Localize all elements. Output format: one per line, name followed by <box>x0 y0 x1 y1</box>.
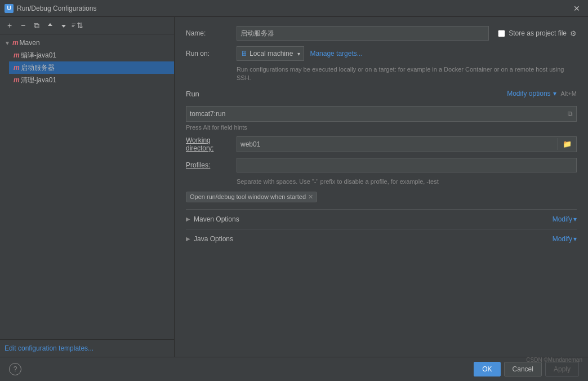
cancel-button[interactable]: Cancel <box>504 362 542 376</box>
run-on-select[interactable]: 🖥 Local machine ▾ <box>237 46 304 61</box>
configuration-tree: ▼ m Maven m 编译-java01 m 启动服务器 <box>0 34 174 339</box>
profiles-row: Profiles: <box>186 158 577 172</box>
working-directory-label: Working directory: <box>186 136 237 152</box>
maven-options-header[interactable]: ▶ Maven Options Modify ▾ <box>186 215 577 223</box>
apply-button[interactable]: Apply <box>545 362 579 376</box>
sort-button[interactable]: ⇅ <box>71 19 83 32</box>
modify-options-label: Modify options <box>507 90 550 98</box>
store-as-project-label: Store as project file <box>509 29 567 37</box>
store-as-project-checkbox[interactable] <box>498 30 505 37</box>
move-down-button[interactable] <box>57 19 70 32</box>
dialog-bottom: ? OK Cancel Apply <box>0 357 588 381</box>
profiles-input[interactable] <box>237 158 577 172</box>
monitor-icon: 🖥 <box>240 50 247 57</box>
toolbar: + − ⧉ ⇅ <box>0 17 174 34</box>
chevron-down-icon: ▾ <box>297 51 300 57</box>
copy-button[interactable]: ⧉ <box>30 19 43 32</box>
help-button[interactable]: ? <box>9 363 21 375</box>
move-up-button[interactable] <box>44 19 56 32</box>
item-label: 启动服务器 <box>21 63 55 73</box>
chevron-right-icon: ▶ <box>186 236 190 242</box>
maven-options-modify[interactable]: Modify ▾ <box>553 215 577 223</box>
maven-options-label: Maven Options <box>194 215 239 223</box>
dialog-title: Run/Debug Configurations <box>17 5 570 12</box>
close-button[interactable]: ✕ <box>570 3 583 14</box>
tag-item: Open run/debug tool window when started … <box>186 192 317 202</box>
maven-group-header[interactable]: ▼ m Maven <box>0 37 174 49</box>
maven-item-icon: m <box>14 51 20 59</box>
maven-group: ▼ m Maven m 编译-java01 m 启动服务器 <box>0 37 174 86</box>
button-group: OK Cancel Apply <box>474 362 579 376</box>
chevron-down-icon: ▾ <box>553 90 556 98</box>
right-panel: Name: Store as project file ⚙ Run on: 🖥 … <box>175 17 588 357</box>
title-bar: U Run/Debug Configurations ✕ <box>0 0 588 17</box>
copy-command-button[interactable]: ⧉ <box>564 108 576 119</box>
ok-button[interactable]: OK <box>474 362 500 376</box>
java-options-modify[interactable]: Modify ▾ <box>553 235 577 243</box>
hint-text: Run configurations may be executed local… <box>237 65 577 83</box>
working-directory-input[interactable] <box>237 137 558 152</box>
maven-item-icon: m <box>14 76 20 84</box>
working-directory-row: Working directory: 📁 <box>186 136 577 152</box>
watermark: CSDN ©Mundaneman <box>526 357 582 363</box>
add-button[interactable]: + <box>3 19 16 32</box>
maven-icon: m <box>12 39 19 47</box>
maven-item-icon: m <box>14 64 20 72</box>
chevron-right-icon: ▶ <box>186 216 190 222</box>
app-icon: U <box>5 4 14 13</box>
tag-label: Open run/debug tool window when started <box>190 193 306 200</box>
manage-targets-link[interactable]: Manage targets... <box>310 50 362 57</box>
list-item[interactable]: m 清理-java01 <box>9 74 174 86</box>
java-options-title: ▶ Java Options <box>186 235 233 243</box>
working-directory-wrapper: 📁 <box>237 136 577 152</box>
store-as-project: Store as project file ⚙ <box>489 29 577 38</box>
modify-options-shortcut: Alt+M <box>561 90 577 97</box>
profiles-hint: Separate with spaces. Use "-" prefix to … <box>237 178 577 185</box>
name-label: Name: <box>186 29 237 37</box>
gear-icon[interactable]: ⚙ <box>570 29 577 38</box>
press-alt-hint: Press Alt for field hints <box>186 124 577 131</box>
tags-row: Open run/debug tool window when started … <box>186 192 577 202</box>
tag-close-button[interactable]: ✕ <box>308 193 313 201</box>
chevron-down-icon: ▾ <box>573 235 577 243</box>
java-options-section: ▶ Java Options Modify ▾ <box>186 229 577 249</box>
edit-config-templates-link[interactable]: Edit configuration templates... <box>5 344 93 352</box>
command-input[interactable] <box>186 107 564 121</box>
item-label: 编译-java01 <box>21 51 56 60</box>
list-item[interactable]: m 启动服务器 <box>9 61 174 74</box>
folder-icon[interactable]: 📁 <box>558 138 576 150</box>
java-options-header[interactable]: ▶ Java Options Modify ▾ <box>186 235 577 243</box>
chevron-down-icon: ▾ <box>573 215 577 223</box>
item-label: 清理-java01 <box>21 76 56 85</box>
name-row: Name: Store as project file ⚙ <box>186 26 577 41</box>
command-input-wrapper: ⧉ <box>186 106 577 122</box>
profiles-label: Profiles: <box>186 161 237 169</box>
run-on-label: Run on: <box>186 50 237 57</box>
java-options-label: Java Options <box>194 235 233 243</box>
maven-children: m 编译-java01 m 启动服务器 m 清理-java01 <box>0 49 174 86</box>
run-section-title: Run <box>186 90 199 98</box>
run-on-row: Run on: 🖥 Local machine ▾ Manage targets… <box>186 46 577 61</box>
run-on-value: Local machine <box>250 50 293 57</box>
maven-group-label: Maven <box>20 39 40 47</box>
maven-options-title: ▶ Maven Options <box>186 215 239 223</box>
run-section-header: Run Modify options ▾ Alt+M <box>186 90 577 101</box>
list-item[interactable]: m 编译-java01 <box>9 49 174 61</box>
name-input[interactable] <box>237 26 489 41</box>
remove-button[interactable]: − <box>17 19 29 32</box>
edit-templates-link: Edit configuration templates... <box>0 339 174 357</box>
maven-options-section: ▶ Maven Options Modify ▾ <box>186 209 577 229</box>
modify-options-button[interactable]: Modify options ▾ Alt+M <box>507 90 577 98</box>
